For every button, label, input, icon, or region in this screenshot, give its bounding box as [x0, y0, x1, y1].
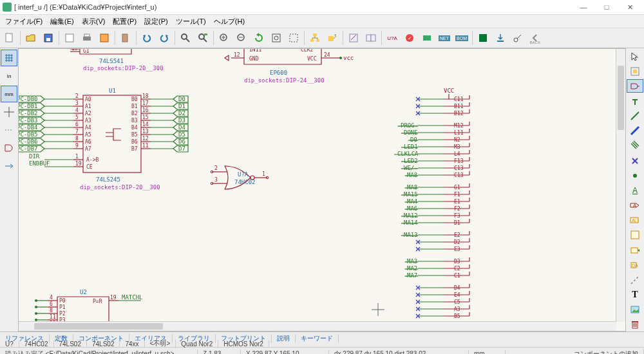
open-icon[interactable] [23, 30, 39, 46]
svg-text:G2: G2 [83, 49, 90, 50]
menu-pref[interactable]: 設定(P) [140, 15, 172, 28]
annotate-icon[interactable]: U?A [384, 30, 401, 46]
import-hier-label-icon[interactable] [627, 243, 643, 257]
place-bus-icon[interactable] [627, 124, 643, 138]
ft-desc: Quad Nor2 [176, 340, 218, 348]
unit-in-icon[interactable]: In [1, 68, 17, 84]
place-junction-icon[interactable] [627, 169, 643, 182]
netlist-icon[interactable]: NET [436, 30, 453, 46]
select-icon[interactable] [627, 50, 643, 63]
unit-mm-icon[interactable]: mm [1, 86, 17, 102]
hidden-pins-icon[interactable] [1, 122, 17, 138]
page-icon[interactable] [61, 30, 78, 46]
grid-icon[interactable] [1, 50, 17, 66]
import-icon[interactable] [492, 30, 509, 46]
ft-kw-label: キーワード [296, 334, 339, 343]
paste-icon[interactable] [117, 30, 134, 46]
svg-text:E1: E1 [454, 199, 460, 205]
svg-text:MA14: MA14 [404, 219, 418, 226]
place-hier-pin-icon[interactable]: DA [627, 258, 643, 272]
new-icon[interactable] [1, 30, 18, 46]
bom-icon[interactable]: BOM [453, 30, 470, 46]
print-icon[interactable] [79, 30, 95, 46]
place-global-label-icon[interactable]: A [627, 199, 643, 212]
place-noconnect-icon[interactable] [627, 154, 643, 167]
scrollbar-horizontal[interactable] [19, 321, 616, 331]
plot-icon[interactable] [96, 30, 113, 46]
svg-point-184 [35, 312, 37, 315]
menu-view[interactable]: 表示(V) [78, 15, 109, 28]
svg-text:1: 1 [75, 154, 79, 160]
svg-text:PC-DB3: PC-DB3 [19, 117, 38, 124]
cvpcb-icon[interactable] [419, 30, 435, 46]
svg-rect-30 [423, 35, 431, 41]
menu-tools[interactable]: ツール(T) [172, 15, 210, 28]
ft-dxy: dx 229.87 dy 165.10 dist 283.02 [329, 350, 469, 354]
libedit-icon[interactable] [345, 30, 362, 46]
place-component-icon[interactable] [627, 79, 643, 93]
redo-icon[interactable] [156, 30, 173, 46]
place-bus-entry-icon[interactable] [627, 139, 643, 153]
place-wire-icon[interactable] [627, 109, 643, 123]
place-line-icon[interactable] [627, 273, 643, 286]
pcb-icon[interactable] [475, 30, 491, 46]
zoom-sel-icon[interactable] [285, 30, 302, 46]
svg-text:dip_sockets:DIP-24__300: dip_sockets:DIP-24__300 [244, 77, 325, 84]
zoom-fit-icon[interactable] [268, 30, 285, 46]
svg-line-350 [631, 144, 636, 149]
minimize-button[interactable]: — [572, 0, 595, 14]
delete-icon[interactable] [627, 318, 643, 331]
svg-text:CLKLCA: CLKLCA [397, 151, 419, 157]
svg-text:C11: C11 [454, 97, 464, 102]
leave-sheet-icon[interactable] [324, 30, 341, 46]
menu-help[interactable]: ヘルプ(H) [210, 15, 249, 28]
place-power-icon[interactable] [627, 94, 643, 107]
menu-edit[interactable]: 編集(E) [46, 15, 78, 28]
place-label-icon[interactable]: A [627, 183, 643, 197]
highlight-net-icon[interactable] [627, 64, 643, 78]
bus-dir-icon[interactable] [1, 158, 17, 174]
place-hier-label-icon[interactable]: A□ [627, 214, 643, 227]
schematic-canvas[interactable]: 19G1G274LS541dip_sockets:DIP-20__300IN11… [18, 48, 626, 331]
zoom-out-icon[interactable] [233, 30, 250, 46]
svg-text:CLK2: CLK2 [301, 49, 313, 53]
refresh-icon[interactable] [251, 30, 267, 46]
svg-line-349 [631, 127, 639, 135]
maximize-button[interactable]: □ [595, 0, 618, 14]
svg-text:VCC: VCC [444, 88, 454, 94]
place-image-icon[interactable] [627, 303, 643, 317]
svg-text:U?A: U?A [238, 171, 249, 178]
hierarchy-icon[interactable] [307, 30, 323, 46]
scrollbar-vertical[interactable] [616, 49, 625, 322]
menu-place[interactable]: 配置(P) [109, 15, 140, 28]
run-icon[interactable] [509, 30, 526, 46]
svg-point-10 [199, 34, 204, 39]
svg-text:F3: F3 [454, 213, 460, 219]
erc-icon[interactable]: ✓ [401, 30, 418, 46]
svg-text:6: 6 [75, 122, 79, 127]
svg-rect-31 [479, 34, 487, 42]
gate-icon[interactable] [1, 140, 17, 156]
svg-text:PC-DB5: PC-DB5 [19, 131, 38, 138]
place-sheet-icon[interactable] [627, 228, 643, 242]
svg-text:N2: N2 [454, 137, 460, 143]
svg-text:MA3: MA3 [407, 258, 417, 265]
svg-text:A5: A5 [85, 132, 91, 138]
menu-file[interactable]: ファイル(F) [1, 15, 46, 28]
svg-rect-4 [83, 37, 91, 41]
replace-icon[interactable] [194, 30, 211, 46]
ft-fp: <不明> [145, 339, 176, 348]
save-icon[interactable] [40, 30, 57, 46]
back-icon[interactable]: BACK [527, 30, 544, 46]
cursor-shape-icon[interactable] [1, 104, 17, 120]
svg-text:B7: B7 [131, 146, 138, 152]
undo-icon[interactable] [138, 30, 155, 46]
svg-text:MATCHL: MATCHL [122, 294, 143, 301]
find-icon[interactable] [177, 30, 194, 46]
svg-rect-344 [633, 70, 637, 73]
libbrowse-icon[interactable] [363, 30, 379, 46]
svg-point-174 [35, 299, 37, 302]
zoom-in-icon[interactable] [216, 30, 232, 46]
place-text-icon[interactable]: T [627, 288, 643, 302]
close-button[interactable]: ✕ [618, 0, 641, 14]
